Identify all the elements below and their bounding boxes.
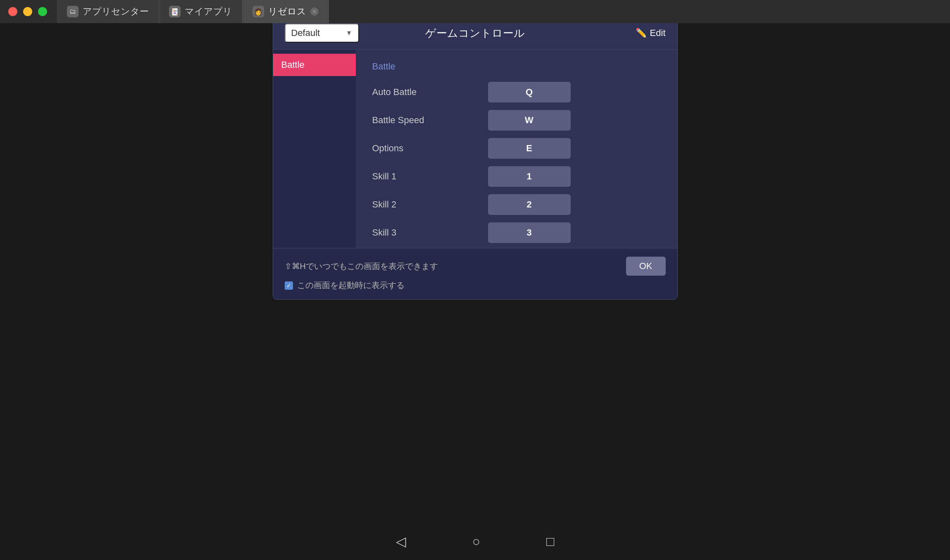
dropdown-arrow-icon: ▼ [346,29,352,37]
close-button[interactable] [8,7,17,16]
footer-top: ⇧⌘Hでいつでもこの画面を表示できます OK [285,257,666,276]
keybind-row-auto-battle: Auto Battle Q [372,82,661,102]
keybind-btn-skill2[interactable]: 2 [488,194,571,215]
profile-dropdown[interactable]: Default ▼ [285,24,359,43]
home-button[interactable]: ○ [472,534,480,549]
tab-appcenter-label: アプリセンター [83,5,149,18]
appcenter-icon: 🗂 [67,6,79,17]
keybind-btn-auto-battle[interactable]: Q [488,82,571,102]
pencil-icon: ✏️ [636,28,647,38]
menubar: 🗂 アプリセンター 🃏 マイアプリ 👩 リゼロス ✕ [0,0,950,23]
show-on-startup-checkbox[interactable]: ✓ [285,281,293,290]
keybind-row-options: Options E [372,138,661,159]
tab-close-icon[interactable]: ✕ [310,7,319,16]
keybind-row-battle-speed: Battle Speed W [372,110,661,131]
keybind-label-skill3: Skill 3 [372,227,488,238]
sidebar-battle-label: Battle [281,60,305,70]
show-on-startup-row: ✓ この画面を起動時に表示する [285,280,666,291]
sidebar: Battle [273,50,356,248]
ok-button[interactable]: OK [626,257,666,276]
keybind-label-skill1: Skill 1 [372,171,488,182]
traffic-lights [8,7,47,16]
keybind-btn-skill1[interactable]: 1 [488,166,571,187]
keybind-row-skill2: Skill 2 2 [372,194,661,215]
keybind-label-auto-battle: Auto Battle [372,87,488,98]
profile-dropdown-value: Default [291,28,320,38]
back-button[interactable]: ◁ [396,534,406,549]
dialog-title: ゲームコントロール [425,26,525,41]
recent-button[interactable]: □ [546,534,554,549]
keybind-btn-options[interactable]: E [488,138,571,159]
keybind-row-skill3: Skill 3 3 [372,222,661,243]
keybind-row-skill1: Skill 1 1 [372,166,661,187]
edit-button[interactable]: ✏️ Edit [636,28,666,38]
maximize-button[interactable] [38,7,47,16]
myapp-icon: 🃏 [169,6,181,17]
rizeros-icon: 👩 [252,6,264,17]
keybind-label-skill2: Skill 2 [372,199,488,210]
sidebar-item-battle[interactable]: Battle [273,54,356,76]
tab-appcenter[interactable]: 🗂 アプリセンター [57,0,159,23]
section-title: Battle [372,61,661,72]
android-nav: ◁ ○ □ [0,523,950,560]
content-area: Battle Auto Battle Q Battle Speed W Opti… [356,50,677,248]
keybind-btn-skill3[interactable]: 3 [488,222,571,243]
shortcut-hint: ⇧⌘Hでいつでもこの画面を表示できます [285,261,438,272]
tab-bar: 🗂 アプリセンター 🃏 マイアプリ 👩 リゼロス ✕ [57,0,329,23]
game-control-dialog: Default ▼ ゲームコントロール ✏️ Edit Battle Battl… [273,17,678,300]
keybind-label-options: Options [372,143,488,154]
show-on-startup-label: この画面を起動時に表示する [297,280,405,291]
minimize-button[interactable] [23,7,32,16]
dialog-footer: ⇧⌘Hでいつでもこの画面を表示できます OK ✓ この画面を起動時に表示する [273,248,677,299]
edit-label: Edit [650,28,666,38]
tab-myapp[interactable]: 🃏 マイアプリ [159,0,243,23]
tab-rizeros-label: リゼロス [268,5,306,18]
tab-myapp-label: マイアプリ [185,5,232,18]
keybind-btn-battle-speed[interactable]: W [488,110,571,131]
dialog-body: Battle Battle Auto Battle Q Battle Speed… [273,50,677,248]
keybind-label-battle-speed: Battle Speed [372,115,488,126]
tab-rizeros[interactable]: 👩 リゼロス ✕ [243,0,329,23]
